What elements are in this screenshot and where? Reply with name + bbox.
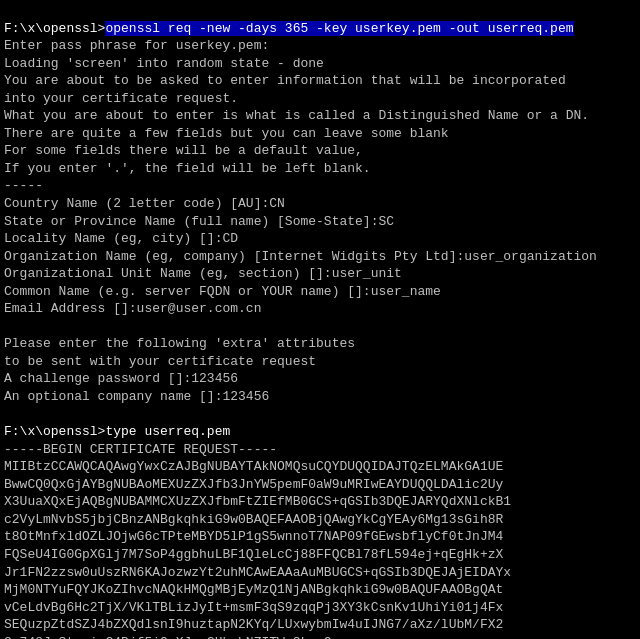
line-22: An optional company name []:123456 (4, 389, 269, 404)
line-cert-begin: -----BEGIN CERTIFICATE REQUEST----- (4, 442, 277, 457)
line-4: You are about to be asked to enter infor… (4, 73, 566, 88)
line-cert-3: X3UuaXQxEjAQBgNUBAMMCXUzZXJfbmFtZIEfMB0G… (4, 494, 511, 509)
line-20: to be sent with your certificate request (4, 354, 316, 369)
line-8: For some fields there will be a default … (4, 143, 363, 158)
line-cert-9: vCeLdvBg6Hc2TjX/VKlTBLizJyIt+msmF3qS9zqq… (4, 600, 503, 615)
line-21: A challenge password []:123456 (4, 371, 238, 386)
line-9: If you enter '.', the field will be left… (4, 161, 371, 176)
line-6: What you are about to enter is what is c… (4, 108, 589, 123)
line-13: Locality Name (eg, city) []:CD (4, 231, 238, 246)
line-cert-7: Jr1FN2zzsw0uUszRN6KAJozwzYt2uhMCAwEAAaAu… (4, 565, 511, 580)
line-16: Common Name (e.g. server FQDN or YOUR na… (4, 284, 441, 299)
line-12: State or Province Name (full name) [Some… (4, 214, 394, 229)
line-3: Loading 'screen' into random state - don… (4, 56, 324, 71)
line-cert-6: FQSeU4IG0GpXGlj7M7SoP4ggbhuLBF1QleLcCj88… (4, 547, 503, 562)
line-19: Please enter the following 'extra' attri… (4, 336, 355, 351)
line-2: Enter pass phrase for userkey.pem: (4, 38, 269, 53)
line-5: into your certificate request. (4, 91, 238, 106)
prompt-line-1: F:\x\openssl>openssl req -new -days 365 … (4, 21, 574, 36)
line-11: Country Name (2 letter code) [AU]:CN (4, 196, 285, 211)
line-cert-2: BwwCQ0QxGjAYBgNUBAoMEXUzZXJfb3JnYW5pemF0… (4, 477, 503, 492)
prompt-line-2: F:\x\openssl>type userreq.pem (4, 424, 230, 439)
line-cert-5: t8OtMnfxldOZLJOjwG6cTPteMBYD5lP1gS5wnnoT… (4, 529, 503, 544)
line-14: Organization Name (eg, company) [Interne… (4, 249, 597, 264)
line-15: Organizational Unit Name (eg, section) [… (4, 266, 402, 281)
terminal[interactable]: F:\x\openssl>openssl req -new -days 365 … (0, 0, 640, 639)
line-7: There are quite a few fields but you can… (4, 126, 449, 141)
line-cert-10: SEQuzpZtdSZJ4bZXQdlsnI9huztapN2KYq/LUxwy… (4, 617, 503, 632)
line-cert-4: c2VyLmNvbS5jbjCBnzANBgkqhkiG9w0BAQEFAAOB… (4, 512, 503, 527)
line-cert-1: MIIBtzCCAWQCAQAwgYwxCzAJBgNUBAYTAkNOMQsu… (4, 459, 503, 474)
line-10: ----- (4, 178, 43, 193)
line-cert-8: MjM0NTYuFQYJKoZIhvcNAQkHMQgMBjEyMzQ1NjAN… (4, 582, 503, 597)
line-cert-11: 3o748JmStusinG4Bjf5iOwXJxrGHbvhNZITWe3Lq… (4, 635, 355, 639)
line-17: Email Address []:user@user.com.cn (4, 301, 261, 316)
